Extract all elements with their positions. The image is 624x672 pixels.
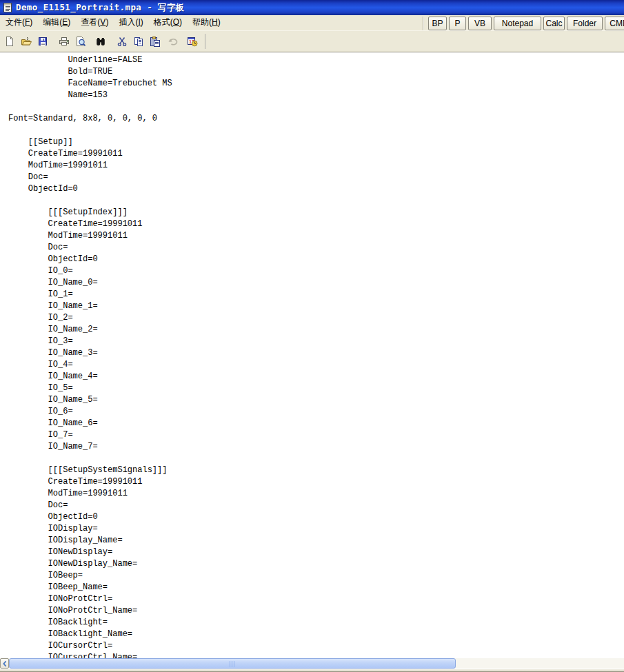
menu-help[interactable]: 帮助(H) <box>188 14 225 31</box>
undo-arrow-icon <box>168 36 179 47</box>
wordpad-window-icon <box>2 2 13 13</box>
new-document-icon <box>4 36 15 47</box>
scrollbar-thumb[interactable] <box>9 658 456 669</box>
menu-file[interactable]: 文件(F) <box>1 14 37 31</box>
open-button[interactable] <box>21 36 32 47</box>
menu-edit[interactable]: 编辑(E) <box>38 14 75 31</box>
horizontal-scrollbar <box>0 658 624 669</box>
menu-insert[interactable]: 插入(I) <box>114 14 148 31</box>
launcher-bp-button[interactable]: BP <box>428 17 447 30</box>
clipboard-icon <box>150 36 161 47</box>
undo-button[interactable] <box>168 36 179 47</box>
cut-button[interactable] <box>117 36 128 47</box>
chevron-left-icon <box>2 660 8 667</box>
scrollbar-track[interactable] <box>9 658 624 669</box>
find-button[interactable] <box>95 36 106 47</box>
wordpad-window: Demo_E1151_Portrait.mpa - 写字板 文件(F) 编辑(E… <box>0 0 624 672</box>
menu-bar: 文件(F) 编辑(E) 查看(V) 插入(I) 格式(O) 帮助(H) BP P… <box>0 15 624 31</box>
document-text: Underline=FALSE Bold=TRUE FaceName=Trebu… <box>0 52 624 658</box>
floppy-disk-icon <box>37 36 48 47</box>
toolbar: 17 <box>0 31 624 52</box>
scissors-icon <box>117 36 128 47</box>
window-title: Demo_E1151_Portrait.mpa - 写字板 <box>16 2 185 14</box>
title-bar[interactable]: Demo_E1151_Portrait.mpa - 写字板 <box>0 0 624 15</box>
toolbar-separator <box>205 34 206 49</box>
open-folder-icon <box>21 36 32 47</box>
page-magnifier-icon <box>75 36 86 47</box>
thumb-grip-icon <box>230 661 236 667</box>
scroll-left-button[interactable] <box>0 658 9 669</box>
calendar-clock-icon: 17 <box>187 36 198 47</box>
copy-button[interactable] <box>133 36 144 47</box>
launcher-calc-button[interactable]: Calc <box>543 17 565 30</box>
window-bottom-border <box>0 669 624 672</box>
launcher-button-row: BP P VB Notepad Calc Folder CMD <box>423 17 624 30</box>
menu-view[interactable]: 查看(V) <box>76 14 113 31</box>
launcher-folder-button[interactable]: Folder <box>567 17 603 30</box>
launcher-notepad-button[interactable]: Notepad <box>494 17 541 30</box>
launcher-cmd-button[interactable]: CMD <box>605 17 624 30</box>
menubar-divider <box>423 17 424 30</box>
printer-icon <box>59 36 70 47</box>
binoculars-icon <box>95 36 106 47</box>
date-time-button[interactable]: 17 <box>187 36 198 47</box>
launcher-vb-button[interactable]: VB <box>468 17 492 30</box>
copy-pages-icon <box>133 36 144 47</box>
new-document-button[interactable] <box>4 36 15 47</box>
save-button[interactable] <box>37 36 48 47</box>
menu-format[interactable]: 格式(O) <box>149 14 187 31</box>
launcher-p-button[interactable]: P <box>449 17 466 30</box>
print-preview-button[interactable] <box>75 36 86 47</box>
paste-button[interactable] <box>150 36 161 47</box>
print-button[interactable] <box>59 36 70 47</box>
document-area[interactable]: Underline=FALSE Bold=TRUE FaceName=Trebu… <box>0 52 624 658</box>
